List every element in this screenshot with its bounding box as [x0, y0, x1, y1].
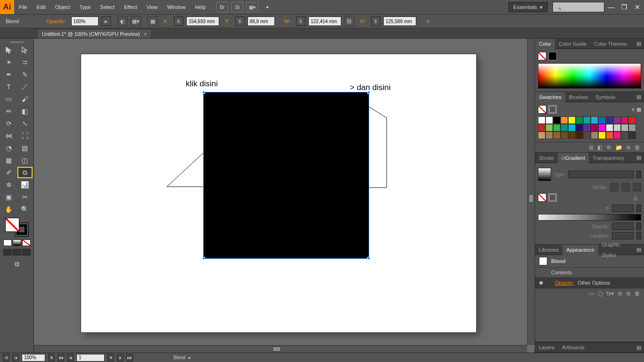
menu-window[interactable]: Window: [163, 0, 190, 14]
tab-graphic-styles[interactable]: Graphic Styles: [598, 239, 634, 260]
aspect-drop[interactable]: [636, 205, 641, 212]
swatch-cell[interactable]: [553, 132, 561, 139]
draw-behind[interactable]: [13, 249, 21, 255]
tab-swatches[interactable]: Swatches: [535, 92, 565, 102]
type-tool[interactable]: T: [1, 81, 17, 92]
opacity-dropdown[interactable]: ▸: [101, 16, 111, 26]
slice-tool[interactable]: ✂: [17, 191, 33, 203]
grad-stroke[interactable]: [548, 193, 557, 202]
menu-edit[interactable]: Edit: [32, 0, 50, 14]
column-graph-tool[interactable]: 📊: [17, 179, 33, 190]
scale-tool[interactable]: ⤡: [17, 118, 33, 129]
width-tool[interactable]: ⋈: [1, 130, 17, 141]
close-button[interactable]: ✕: [631, 2, 644, 12]
symbol-sprayer-tool[interactable]: ✲: [1, 179, 17, 190]
color-stroke-swatch[interactable]: [548, 52, 557, 60]
color-fill-swatch[interactable]: [538, 52, 546, 60]
swatch-cell[interactable]: [545, 124, 553, 132]
artboard-drop[interactable]: ▾: [107, 354, 114, 362]
w-input[interactable]: 122,414 mm: [308, 16, 341, 26]
artboard-next2[interactable]: ▸▸: [126, 354, 133, 362]
artboard-prev[interactable]: ◂◂: [58, 354, 64, 362]
line-tool[interactable]: ／: [17, 81, 33, 92]
swatch-cell[interactable]: [628, 132, 636, 139]
gradient-type-drop[interactable]: [636, 171, 641, 178]
add-effect-icon[interactable]: fx▾: [607, 290, 614, 297]
fill-swatch[interactable]: [5, 218, 19, 232]
paintbrush-tool[interactable]: 🖌: [17, 93, 33, 105]
tab-appearance[interactable]: Appearance: [562, 245, 598, 255]
zoom-drop[interactable]: ▾: [48, 354, 55, 362]
rectangle-tool[interactable]: ▭: [1, 93, 17, 105]
curvature-tool[interactable]: ✎: [17, 69, 33, 80]
first-artboard-button[interactable]: ⊲: [3, 354, 9, 362]
opacity-input[interactable]: 100%: [71, 16, 99, 26]
pencil-tool[interactable]: ✏: [1, 106, 17, 117]
swatch-cell[interactable]: [613, 132, 621, 139]
gradient-slider[interactable]: [538, 214, 641, 221]
stroke-grad-3[interactable]: [633, 183, 641, 191]
panel-menu-icon[interactable]: ▤: [634, 345, 644, 351]
appearance-row-contents[interactable]: Contents: [535, 268, 644, 278]
menu-help[interactable]: Help: [190, 0, 211, 14]
menu-file[interactable]: File: [14, 0, 32, 14]
swatch-cell[interactable]: [545, 116, 553, 124]
swatch-cell[interactable]: [576, 132, 583, 139]
transform-icon[interactable]: ▦▾: [131, 16, 141, 26]
screen-mode-button[interactable]: ⧉: [9, 258, 25, 270]
h-input[interactable]: 125,589 mm: [383, 16, 416, 26]
tab-symbols[interactable]: Symbols: [592, 92, 619, 102]
aspect-input[interactable]: [612, 205, 634, 212]
perspective-tool[interactable]: ▧: [17, 142, 33, 154]
tab-libraries[interactable]: Libraries: [535, 245, 562, 255]
tab-transparency[interactable]: Transparency: [589, 153, 628, 163]
prev-artboard-button[interactable]: ◂: [12, 354, 19, 362]
grad-opacity-input[interactable]: [612, 222, 634, 230]
list-view-icon[interactable]: ≡: [632, 107, 635, 112]
free-transform-tool[interactable]: ⛶: [17, 130, 33, 141]
artboard[interactable]: klik disini > dan disini: [81, 54, 476, 332]
swatch-fill[interactable]: [538, 105, 546, 114]
swatch-cell[interactable]: [553, 116, 561, 124]
tab-color-themes[interactable]: Color Themes: [590, 39, 630, 49]
zoom-field[interactable]: 100%: [22, 354, 45, 362]
panel-menu-icon[interactable]: ▤: [634, 155, 644, 161]
swatch-cell[interactable]: [576, 124, 583, 132]
appearance-row-opacity[interactable]: ◉Opacity:Other Options: [535, 278, 644, 288]
swatch-kind-icon[interactable]: ◧: [597, 144, 603, 151]
handle-bl[interactable]: [202, 257, 205, 260]
tab-brushes[interactable]: Brushes: [565, 92, 592, 102]
status-drop-icon[interactable]: ▸: [189, 355, 191, 360]
new-group-icon[interactable]: 📁: [615, 144, 622, 151]
blend-tool[interactable]: ⧉: [17, 167, 33, 178]
tab-stroke[interactable]: Stroke: [535, 153, 558, 163]
document-tab[interactable]: Untitled-1* @ 100% (CMYK/GPU Preview) ×: [37, 29, 152, 38]
close-tab-icon[interactable]: ×: [144, 31, 147, 37]
swatch-cell[interactable]: [568, 116, 576, 124]
tab-gradient[interactable]: ◇Gradient: [558, 153, 589, 163]
color-mode-gradient[interactable]: [13, 239, 21, 246]
h-stepper[interactable]: ⥮: [371, 16, 380, 26]
stroke-grad-2[interactable]: [621, 183, 630, 191]
gpu-icon[interactable]: ✦: [261, 2, 273, 12]
menu-select[interactable]: Select: [95, 0, 119, 14]
swatch-cell[interactable]: [628, 124, 636, 132]
swatch-cell[interactable]: [576, 116, 583, 124]
pen-tool[interactable]: ✒: [1, 69, 17, 80]
y-input[interactable]: 88,9 mm: [248, 16, 275, 26]
clear-icon[interactable]: ⊘: [618, 290, 622, 297]
eyedropper-tool[interactable]: ✐: [1, 167, 17, 178]
canvas-viewport[interactable]: klik disini > dan disini: [34, 39, 535, 353]
swatch-cell[interactable]: [598, 116, 606, 124]
opacity-link[interactable]: Opacity:: [555, 280, 574, 286]
arrange-docs-icon[interactable]: ▦▾: [246, 2, 258, 12]
stock-icon[interactable]: St: [231, 2, 243, 12]
tab-color-guide[interactable]: Color Guide: [555, 39, 590, 49]
swatch-cell[interactable]: [538, 132, 545, 139]
swatch-cell[interactable]: [583, 124, 591, 132]
mesh-tool[interactable]: ▦: [1, 155, 17, 166]
gradient-tool[interactable]: ◫: [17, 155, 33, 166]
swatch-cell[interactable]: [568, 124, 576, 132]
maximize-button[interactable]: ❐: [618, 2, 631, 12]
artboard-next[interactable]: ▸: [117, 354, 124, 362]
